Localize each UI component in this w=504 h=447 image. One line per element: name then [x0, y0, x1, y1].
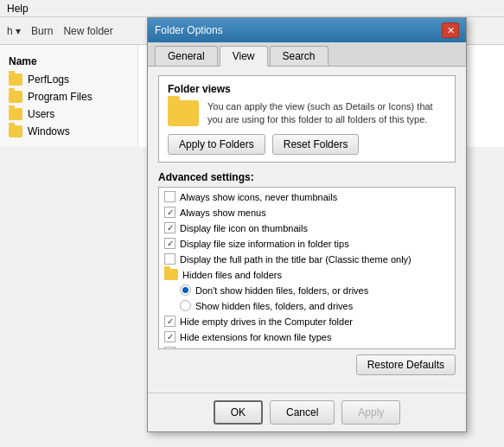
setting-label: Hide empty drives in the Computer folder: [180, 316, 353, 327]
tab-search[interactable]: Search: [270, 46, 329, 66]
folder-views-section: Folder views You can apply the view (suc…: [158, 75, 456, 163]
folder-views-icon: [168, 100, 199, 126]
setting-label: Hide protected operating system files (R…: [180, 348, 410, 349]
folder-item-programfiles[interactable]: Program Files: [3, 88, 134, 105]
setting-label: Display file icon on thumbnails: [180, 223, 308, 233]
radio-icon[interactable]: [180, 300, 191, 311]
setting-display-file-size[interactable]: Display file size information in folder …: [159, 236, 455, 252]
folder-icon: [9, 125, 22, 137]
folder-icon: [164, 269, 178, 280]
apply-to-folders-button[interactable]: Apply to Folders: [168, 134, 265, 155]
reset-folders-button[interactable]: Reset Folders: [272, 134, 360, 155]
advanced-settings-list[interactable]: Always show icons, never thumbnails Alwa…: [158, 187, 456, 349]
checkbox-icon[interactable]: [164, 253, 175, 265]
column-header: Name: [3, 52, 134, 71]
dialog-footer: OK Cancel Apply: [148, 393, 466, 431]
toolbar-back[interactable]: h ▾: [7, 25, 21, 37]
setting-always-show-menus[interactable]: Always show menus: [159, 205, 455, 220]
toolbar-burn[interactable]: Burn: [31, 25, 53, 37]
checkbox-icon[interactable]: [164, 191, 175, 202]
setting-hide-protected[interactable]: Hide protected operating system files (R…: [159, 345, 455, 349]
apply-button[interactable]: Apply: [341, 400, 400, 425]
setting-hidden-files-group: Hidden files and folders: [159, 267, 455, 283]
folder-options-dialog: Folder Options ✕ General View Search Fol…: [147, 17, 467, 432]
folder-views-content: You can apply the view (such as Details …: [168, 100, 446, 127]
setting-label: Hide extensions for known file types: [180, 332, 331, 342]
folder-views-label: Folder views: [168, 83, 446, 95]
checkbox-icon[interactable]: [164, 222, 175, 233]
folder-views-buttons: Apply to Folders Reset Folders: [168, 134, 446, 155]
checkbox-icon[interactable]: [164, 316, 175, 327]
dialog-title: Folder Options: [155, 24, 223, 36]
setting-display-file-icon[interactable]: Display file icon on thumbnails: [159, 220, 455, 236]
folder-name: Windows: [28, 125, 70, 137]
checkbox-icon[interactable]: [164, 347, 175, 349]
checkbox-icon[interactable]: [164, 207, 175, 218]
folder-name: PerfLogs: [28, 73, 69, 86]
setting-label: Don't show hidden files, folders, or dri…: [195, 285, 368, 296]
tab-general[interactable]: General: [155, 46, 218, 66]
folder-icon: [9, 91, 22, 103]
ok-button[interactable]: OK: [214, 400, 263, 425]
radio-icon[interactable]: [180, 284, 191, 296]
dialog-body: Folder views You can apply the view (suc…: [148, 67, 466, 393]
close-button[interactable]: ✕: [442, 22, 459, 38]
folder-item-windows[interactable]: Windows: [3, 123, 134, 140]
toolbar-new-folder[interactable]: New folder: [63, 25, 112, 37]
setting-label: Display file size information in folder …: [180, 239, 349, 249]
restore-defaults-button[interactable]: Restore Defaults: [356, 354, 456, 375]
folder-item-perflogs[interactable]: PerfLogs: [3, 71, 134, 88]
setting-show-hidden[interactable]: Show hidden files, folders, and drives: [159, 298, 455, 314]
restore-defaults-row: Restore Defaults: [158, 354, 456, 375]
setting-hide-extensions[interactable]: Hide extensions for known file types: [159, 329, 455, 345]
tab-view[interactable]: View: [220, 46, 268, 67]
folder-name: Users: [28, 108, 54, 120]
folder-name: Program Files: [28, 91, 93, 103]
folder-item-users[interactable]: Users: [3, 105, 134, 123]
explorer-sidebar: Name PerfLogs Program Files Users Window…: [0, 45, 138, 147]
dialog-tabs: General View Search: [148, 42, 466, 67]
setting-display-full-path[interactable]: Display the full path in the title bar (…: [159, 252, 455, 267]
advanced-settings-label: Advanced settings:: [158, 171, 456, 183]
setting-label: Show hidden files, folders, and drives: [195, 301, 353, 311]
dialog-titlebar: Folder Options ✕: [148, 18, 466, 42]
folder-views-description: You can apply the view (such as Details …: [207, 100, 446, 127]
setting-label: Always show icons, never thumbnails: [180, 192, 337, 202]
cancel-button[interactable]: Cancel: [270, 400, 335, 425]
menu-help[interactable]: Help: [7, 3, 29, 15]
folder-icon: [9, 108, 22, 120]
checkbox-icon[interactable]: [164, 331, 175, 342]
setting-label: Display the full path in the title bar (…: [180, 254, 411, 265]
setting-dont-show-hidden[interactable]: Don't show hidden files, folders, or dri…: [159, 283, 455, 298]
setting-label: Always show menus: [180, 208, 266, 218]
setting-always-show-icons[interactable]: Always show icons, never thumbnails: [159, 189, 455, 205]
setting-label: Hidden files and folders: [182, 270, 282, 280]
folder-icon: [9, 73, 22, 86]
checkbox-icon[interactable]: [164, 238, 175, 249]
setting-hide-empty-drives[interactable]: Hide empty drives in the Computer folder: [159, 314, 455, 329]
settings-items: Always show icons, never thumbnails Alwa…: [159, 188, 455, 349]
menu-bar[interactable]: Help: [0, 0, 504, 17]
